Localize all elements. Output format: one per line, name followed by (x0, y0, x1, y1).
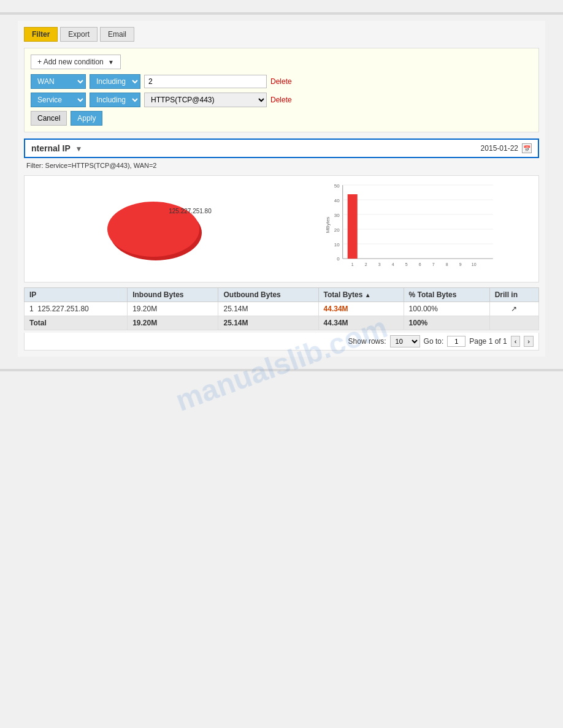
total-total: 44.34M (318, 316, 404, 330)
svg-text:8: 8 (445, 262, 448, 267)
svg-text:4: 4 (391, 262, 394, 267)
prev-page-button[interactable]: ‹ (511, 336, 521, 347)
pie-chart-container: 125.227.251.80 (25, 176, 282, 282)
filter-info-text: Filter: Service=HTTPS(TCP@443), WAN=2 (26, 162, 156, 169)
filter-condition-1[interactable]: Including (90, 74, 140, 89)
svg-text:5: 5 (405, 262, 407, 267)
report-date: 2015-01-22 📅 (481, 143, 532, 153)
goto-input[interactable] (447, 336, 465, 347)
svg-text:7: 7 (432, 262, 434, 267)
add-condition-button[interactable]: + Add new condition ▼ (31, 55, 121, 69)
add-condition-label: + Add new condition (37, 58, 104, 66)
pie-label: 125.227.251.80 (169, 208, 212, 214)
total-label: Total (25, 316, 128, 330)
report-header: nternal IP ▼ 2015-01-22 📅 (24, 138, 539, 158)
cell-inbound-1: 19.20M (128, 302, 218, 316)
pagination-row: Show rows: 10 25 50 100 Go to: Page 1 of… (24, 333, 539, 351)
data-table: IP Inbound Bytes Outbound Bytes Total By… (24, 287, 539, 330)
email-button[interactable]: Email (100, 27, 134, 42)
filter-row-1: WAN Including Delete (31, 74, 532, 89)
apply-button[interactable]: Apply (71, 111, 102, 126)
report-title: nternal IP ▼ (31, 143, 82, 153)
cell-total-1: 44.34M (318, 302, 404, 316)
cell-pct-1: 100.00% (404, 302, 489, 316)
report-title-arrow[interactable]: ▼ (75, 145, 82, 153)
total-inbound: 19.20M (128, 316, 218, 330)
svg-text:2: 2 (364, 262, 367, 267)
filter-field-1[interactable]: WAN (31, 74, 86, 89)
total-pct: 100% (404, 316, 489, 330)
col-total[interactable]: Total Bytes ▲ (318, 288, 404, 302)
col-inbound[interactable]: Inbound Bytes (128, 288, 218, 302)
main-content: Filter Export Email + Add new condition … (18, 21, 545, 357)
page-info: Page 1 of 1 (469, 337, 507, 346)
total-drill (489, 316, 538, 330)
cell-drill-1[interactable]: ↗ (489, 302, 538, 316)
svg-text:0: 0 (337, 256, 340, 262)
report-title-text: nternal IP (31, 143, 71, 153)
cancel-button[interactable]: Cancel (31, 111, 67, 126)
filter-info: Filter: Service=HTTPS(TCP@443), WAN=2 (24, 161, 539, 170)
page-wrapper: Filter Export Email + Add new condition … (0, 0, 563, 728)
col-pct[interactable]: % Total Bytes (404, 288, 489, 302)
svg-text:1: 1 (351, 262, 353, 267)
cell-num-1: 1 125.227.251.80 (25, 302, 128, 316)
toolbar: Filter Export Email (24, 27, 539, 42)
svg-text:40: 40 (334, 198, 339, 203)
top-bar (0, 12, 563, 15)
drill-in-icon[interactable]: ↗ (511, 305, 517, 313)
cell-outbound-1: 25.14M (218, 302, 318, 316)
bottom-bar (0, 369, 563, 371)
filter-actions: Cancel Apply (31, 111, 532, 126)
next-page-button[interactable]: › (524, 336, 534, 347)
col-ip[interactable]: IP (25, 288, 128, 302)
filter-delete-1[interactable]: Delete (270, 77, 292, 86)
col-outbound[interactable]: Outbound Bytes (218, 288, 318, 302)
table-header-row: IP Inbound Bytes Outbound Bytes Total By… (25, 288, 539, 302)
filter-condition-2[interactable]: Including (90, 93, 140, 107)
charts-row: 125.227.251.80 0 10 20 30 (24, 175, 539, 282)
calendar-icon[interactable]: 📅 (522, 143, 532, 153)
total-row: Total 19.20M 25.14M 44.34M 100% (25, 316, 539, 330)
pie-chart: 125.227.251.80 (107, 202, 199, 257)
bar-chart-container: 0 10 20 30 40 50 MBytes (285, 176, 539, 282)
svg-text:6: 6 (418, 262, 421, 267)
filter-value-1[interactable] (144, 75, 267, 88)
table-row: 1 125.227.251.80 19.20M 25.14M 44.34M 10… (25, 302, 539, 316)
bar-chart: 0 10 20 30 40 50 MBytes (288, 182, 533, 274)
svg-text:9: 9 (459, 262, 461, 267)
filter-row-2: Service Including HTTPS(TCP@443) Delete (31, 93, 532, 107)
rows-per-page-select[interactable]: 10 25 50 100 (390, 335, 420, 347)
goto-label: Go to: (424, 337, 444, 346)
filter-delete-2[interactable]: Delete (270, 96, 292, 104)
export-button[interactable]: Export (60, 27, 98, 42)
filter-button[interactable]: Filter (24, 27, 58, 42)
report-date-text: 2015-01-22 (481, 144, 518, 153)
total-outbound: 25.14M (218, 316, 318, 330)
cell-ip-1: 125.227.251.80 (37, 305, 88, 313)
add-condition-row: + Add new condition ▼ (31, 55, 532, 69)
col-drill: Drill in (489, 288, 538, 302)
filter-field-2[interactable]: Service (31, 93, 86, 107)
svg-text:10: 10 (334, 242, 339, 248)
filter-panel: + Add new condition ▼ WAN Including Dele… (24, 48, 539, 132)
svg-text:30: 30 (334, 213, 339, 218)
svg-rect-15 (347, 194, 357, 259)
show-rows-label: Show rows: (348, 337, 386, 346)
add-condition-arrow: ▼ (108, 59, 114, 66)
svg-text:20: 20 (334, 227, 339, 233)
svg-text:MBytes: MBytes (324, 217, 330, 233)
svg-text:50: 50 (334, 183, 339, 189)
svg-text:3: 3 (378, 262, 380, 267)
filter-value-select-2[interactable]: HTTPS(TCP@443) (144, 93, 267, 107)
svg-text:10: 10 (471, 262, 476, 267)
